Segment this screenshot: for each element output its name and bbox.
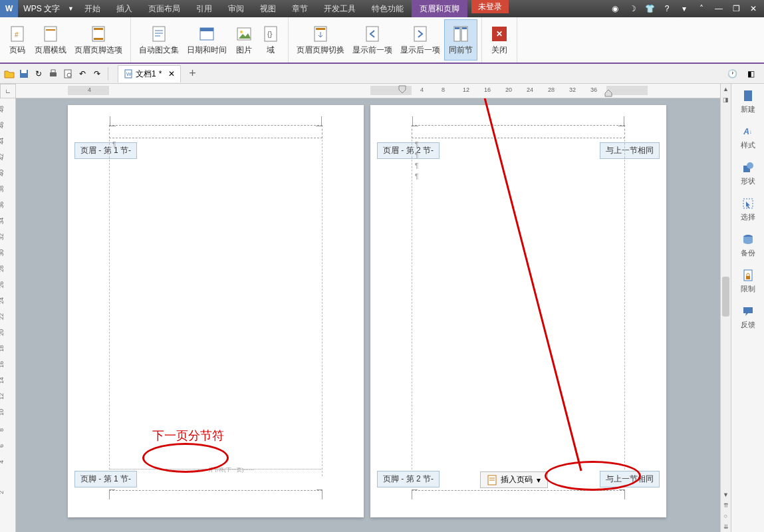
ruler-corner[interactable]: ∟ <box>0 84 16 98</box>
scroll-up[interactable]: ▲ <box>721 84 731 94</box>
tab-section[interactable]: 章节 <box>284 0 316 17</box>
chevron-down-icon[interactable]: ▾ <box>679 3 690 14</box>
dropdown-icon: ▾ <box>537 475 541 485</box>
shirt-icon[interactable]: 👕 <box>644 3 655 14</box>
vertical-scrollbar[interactable]: ▲ ◨ ▼ ⇈ ○ ⇊ <box>720 84 731 532</box>
backup-button[interactable]: 备份 <box>738 230 758 261</box>
tab-review[interactable]: 审阅 <box>220 0 252 17</box>
close-window-icon[interactable]: ✕ <box>748 3 759 14</box>
clock-icon[interactable]: 🕐 <box>725 67 739 80</box>
close-button[interactable]: ✕ 关闭 <box>486 19 513 61</box>
page-icon <box>487 475 497 485</box>
tab-insert[interactable]: 插入 <box>108 0 140 17</box>
titlebar-right: ◉ ☽ 👕 ? ▾ ˄ — ❐ ✕ <box>610 3 764 14</box>
feedback-button[interactable]: 反馈 <box>738 302 758 332</box>
restrict-button[interactable]: 限制 <box>738 266 758 297</box>
login-status[interactable]: 未登录 <box>471 0 509 13</box>
print-icon[interactable] <box>47 67 60 80</box>
tab-special[interactable]: 特色功能 <box>364 0 412 17</box>
svg-rect-6 <box>94 38 103 40</box>
page2-body: ¶ ¶ ¶ ¶ <box>412 140 625 476</box>
page-number-button[interactable]: # 页码 <box>4 19 31 61</box>
new-button[interactable]: 新建 <box>738 86 758 117</box>
svg-point-42 <box>747 162 753 169</box>
scroll-down[interactable]: ▼ <box>721 489 731 500</box>
redo-icon[interactable]: ↷ <box>90 67 104 80</box>
field-button[interactable]: {} 域 <box>257 19 284 61</box>
style-button[interactable]: A↓ 样式 <box>738 122 758 153</box>
switch-button[interactable]: 页眉页脚切换 <box>293 19 348 61</box>
insert-page-number-button[interactable]: 插入页码 ▾ <box>480 471 548 488</box>
next-page[interactable]: ⇊ <box>721 521 731 532</box>
svg-rect-30 <box>51 70 55 72</box>
collapse-icon[interactable]: ˄ <box>696 3 707 14</box>
header-line-button[interactable]: 页眉横线 <box>31 19 70 61</box>
prev-icon <box>363 25 382 43</box>
app-name: WPS 文字 <box>18 3 65 15</box>
close-icon: ✕ <box>490 25 509 43</box>
next-icon <box>411 25 430 43</box>
svg-rect-40 <box>744 90 752 101</box>
tab-start[interactable]: 开始 <box>76 0 108 17</box>
scroll-thumb[interactable] <box>722 277 729 317</box>
menu-tabs: 开始 插入 页面布局 引用 审阅 视图 章节 开发工具 特色功能 页眉和页脚 未… <box>76 0 509 17</box>
page1-header[interactable] <box>109 125 322 138</box>
app-dropdown[interactable]: ▼ <box>65 5 76 12</box>
reload-icon[interactable]: ↻ <box>32 67 45 80</box>
auto-text-button[interactable]: 自动图文集 <box>135 19 183 61</box>
svg-rect-22 <box>414 27 426 41</box>
svg-rect-26 <box>462 27 467 29</box>
maximize-icon[interactable]: ❐ <box>731 3 741 14</box>
panel-icon[interactable]: ◧ <box>744 67 757 80</box>
doc-icon: W <box>124 69 133 78</box>
pages-view[interactable]: 页眉 - 第 1 节- ¶ ⋯⋯分节符(下一页)⋯⋯ 页脚 - 第 1 节- 页… <box>16 98 720 532</box>
style-icon: A↓ <box>741 125 755 138</box>
backup-icon <box>741 233 755 246</box>
page2-footer-same: 与上一节相同 <box>600 471 660 487</box>
ribbon: # 页码 页眉横线 页眉页脚选项 自动图文集 日期和时间 图片 {} 域 <box>0 17 764 64</box>
options-icon <box>89 25 108 43</box>
help-icon[interactable]: ? <box>662 3 672 14</box>
document-tab[interactable]: W 文档1 * ✕ <box>118 65 181 82</box>
date-time-button[interactable]: 日期和时间 <box>183 19 231 61</box>
prev-page[interactable]: ⇈ <box>721 500 731 511</box>
page2-header[interactable] <box>412 125 625 138</box>
tab-view[interactable]: 视图 <box>252 0 284 17</box>
tab-reference[interactable]: 引用 <box>188 0 220 17</box>
same-as-prev-button[interactable]: 同前节 <box>444 19 477 61</box>
select-button[interactable]: 选择 <box>738 194 758 225</box>
page1-footer[interactable] <box>109 477 322 491</box>
minimize-icon[interactable]: — <box>713 3 724 14</box>
open-icon[interactable] <box>3 67 16 80</box>
vertical-ruler[interactable]: 48 46 44 42 40 38 36 34 32 30 28 26 24 2… <box>0 98 16 532</box>
svg-text:W: W <box>126 71 132 77</box>
save-icon[interactable] <box>17 67 31 80</box>
horizontal-ruler[interactable]: 4 4 8 12 16 20 24 28 32 36 44 <box>16 84 720 98</box>
tab-layout[interactable]: 页面布局 <box>140 0 188 17</box>
preview-icon[interactable] <box>61 67 74 80</box>
shape-button[interactable]: 形状 <box>738 158 758 189</box>
select-browse[interactable]: ○ <box>721 511 731 521</box>
picture-icon <box>235 25 253 43</box>
svg-rect-28 <box>21 70 27 73</box>
svg-rect-21 <box>366 27 378 41</box>
add-tab-button[interactable]: + <box>189 66 196 80</box>
moon-icon[interactable]: ☽ <box>627 3 638 14</box>
panel-toggle[interactable]: ◨ <box>721 94 731 105</box>
undo-icon[interactable]: ↶ <box>76 67 89 80</box>
tab-devtools[interactable]: 开发工具 <box>316 0 364 17</box>
feedback-icon <box>741 305 755 318</box>
page-1: 页眉 - 第 1 节- ¶ ⋯⋯分节符(下一页)⋯⋯ 页脚 - 第 1 节- <box>68 105 364 517</box>
show-prev-button[interactable]: 显示前一项 <box>348 19 396 61</box>
page1-footer-label: 页脚 - 第 1 节- <box>74 471 137 487</box>
doc-close-icon[interactable]: ✕ <box>168 69 175 78</box>
svg-rect-7 <box>153 27 165 41</box>
sync-icon[interactable]: ◉ <box>610 3 620 14</box>
header-line-icon <box>41 25 60 43</box>
header-footer-options-button[interactable]: 页眉页脚选项 <box>70 19 126 61</box>
page-number-icon: # <box>8 25 27 43</box>
picture-button[interactable]: 图片 <box>231 19 257 61</box>
show-next-button[interactable]: 显示后一项 <box>396 19 444 61</box>
tab-header-footer[interactable]: 页眉和页脚 <box>412 0 467 17</box>
page2-footer-label: 页脚 - 第 2 节- <box>377 471 440 487</box>
